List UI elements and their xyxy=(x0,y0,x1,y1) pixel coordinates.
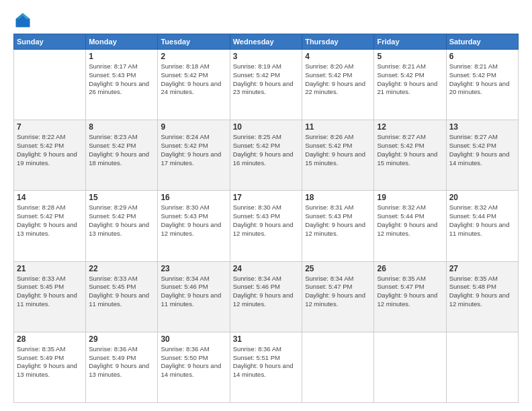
day-number: 5 xyxy=(377,52,443,61)
day-info: Sunrise: 8:21 AMSunset: 5:42 PMDaylight:… xyxy=(377,62,443,97)
day-number: 6 xyxy=(449,52,515,61)
calendar-cell: 13Sunrise: 8:27 AMSunset: 5:42 PMDayligh… xyxy=(446,120,518,191)
day-number: 26 xyxy=(377,264,443,273)
day-number: 31 xyxy=(233,334,299,344)
calendar-week-row: 28Sunrise: 8:35 AMSunset: 5:49 PMDayligh… xyxy=(14,332,519,402)
weekday-header-friday: Friday xyxy=(374,34,446,50)
day-number: 20 xyxy=(449,193,515,202)
day-info: Sunrise: 8:35 AMSunset: 5:47 PMDaylight:… xyxy=(377,275,443,309)
logo-icon xyxy=(13,11,32,30)
day-info: Sunrise: 8:29 AMSunset: 5:42 PMDaylight:… xyxy=(89,203,154,238)
day-info: Sunrise: 8:35 AMSunset: 5:49 PMDaylight:… xyxy=(17,345,83,379)
day-info: Sunrise: 8:27 AMSunset: 5:42 PMDaylight:… xyxy=(449,133,515,167)
calendar-cell: 21Sunrise: 8:33 AMSunset: 5:45 PMDayligh… xyxy=(14,261,86,332)
day-info: Sunrise: 8:36 AMSunset: 5:49 PMDaylight:… xyxy=(89,345,154,379)
calendar-cell: 30Sunrise: 8:36 AMSunset: 5:50 PMDayligh… xyxy=(158,332,230,402)
calendar-cell: 15Sunrise: 8:29 AMSunset: 5:42 PMDayligh… xyxy=(86,191,158,261)
calendar-cell: 3Sunrise: 8:19 AMSunset: 5:42 PMDaylight… xyxy=(230,50,302,120)
day-number: 19 xyxy=(377,193,443,202)
calendar-cell xyxy=(446,332,518,402)
calendar-cell: 6Sunrise: 8:21 AMSunset: 5:42 PMDaylight… xyxy=(446,50,518,120)
day-info: Sunrise: 8:19 AMSunset: 5:42 PMDaylight:… xyxy=(233,62,299,97)
day-number: 24 xyxy=(233,264,299,273)
day-info: Sunrise: 8:28 AMSunset: 5:42 PMDaylight:… xyxy=(17,203,83,238)
calendar-cell: 17Sunrise: 8:30 AMSunset: 5:43 PMDayligh… xyxy=(230,191,302,261)
day-info: Sunrise: 8:30 AMSunset: 5:43 PMDaylight:… xyxy=(161,203,226,238)
day-info: Sunrise: 8:30 AMSunset: 5:43 PMDaylight:… xyxy=(233,203,299,238)
calendar-week-row: 7Sunrise: 8:22 AMSunset: 5:42 PMDaylight… xyxy=(14,120,519,191)
day-number: 22 xyxy=(89,264,154,273)
calendar-cell: 7Sunrise: 8:22 AMSunset: 5:42 PMDaylight… xyxy=(14,120,86,191)
day-number: 27 xyxy=(449,264,515,273)
day-number: 30 xyxy=(161,334,226,344)
day-number: 21 xyxy=(17,264,83,273)
calendar-week-row: 1Sunrise: 8:17 AMSunset: 5:43 PMDaylight… xyxy=(14,50,519,120)
day-number: 3 xyxy=(233,52,299,61)
calendar-cell: 31Sunrise: 8:36 AMSunset: 5:51 PMDayligh… xyxy=(230,332,302,402)
day-info: Sunrise: 8:35 AMSunset: 5:48 PMDaylight:… xyxy=(449,275,515,309)
day-info: Sunrise: 8:22 AMSunset: 5:42 PMDaylight:… xyxy=(17,133,83,167)
day-info: Sunrise: 8:27 AMSunset: 5:42 PMDaylight:… xyxy=(377,133,443,167)
day-number: 10 xyxy=(233,122,299,132)
calendar-cell: 10Sunrise: 8:25 AMSunset: 5:42 PMDayligh… xyxy=(230,120,302,191)
day-number: 2 xyxy=(161,52,226,61)
calendar-cell: 29Sunrise: 8:36 AMSunset: 5:49 PMDayligh… xyxy=(86,332,158,402)
calendar-cell: 26Sunrise: 8:35 AMSunset: 5:47 PMDayligh… xyxy=(374,261,446,332)
calendar-cell: 12Sunrise: 8:27 AMSunset: 5:42 PMDayligh… xyxy=(374,120,446,191)
day-number: 4 xyxy=(305,52,371,61)
day-info: Sunrise: 8:21 AMSunset: 5:42 PMDaylight:… xyxy=(449,62,515,97)
day-info: Sunrise: 8:36 AMSunset: 5:50 PMDaylight:… xyxy=(161,345,226,379)
day-number: 23 xyxy=(161,264,226,273)
header xyxy=(13,11,519,30)
weekday-header-tuesday: Tuesday xyxy=(158,34,230,50)
calendar-cell: 25Sunrise: 8:34 AMSunset: 5:47 PMDayligh… xyxy=(302,261,374,332)
calendar-cell: 14Sunrise: 8:28 AMSunset: 5:42 PMDayligh… xyxy=(14,191,86,261)
day-info: Sunrise: 8:17 AMSunset: 5:43 PMDaylight:… xyxy=(89,62,154,97)
calendar-cell: 18Sunrise: 8:31 AMSunset: 5:43 PMDayligh… xyxy=(302,191,374,261)
day-number: 8 xyxy=(89,122,154,132)
calendar-cell: 20Sunrise: 8:32 AMSunset: 5:44 PMDayligh… xyxy=(446,191,518,261)
calendar-cell: 27Sunrise: 8:35 AMSunset: 5:48 PMDayligh… xyxy=(446,261,518,332)
day-number: 13 xyxy=(449,122,515,132)
day-number: 11 xyxy=(305,122,371,132)
calendar-cell: 28Sunrise: 8:35 AMSunset: 5:49 PMDayligh… xyxy=(14,332,86,402)
calendar-cell: 5Sunrise: 8:21 AMSunset: 5:42 PMDaylight… xyxy=(374,50,446,120)
calendar-week-row: 14Sunrise: 8:28 AMSunset: 5:42 PMDayligh… xyxy=(14,191,519,261)
day-number: 16 xyxy=(161,193,226,202)
day-number: 12 xyxy=(377,122,443,132)
calendar-cell: 1Sunrise: 8:17 AMSunset: 5:43 PMDaylight… xyxy=(86,50,158,120)
day-info: Sunrise: 8:23 AMSunset: 5:42 PMDaylight:… xyxy=(89,133,154,167)
day-info: Sunrise: 8:33 AMSunset: 5:45 PMDaylight:… xyxy=(17,275,83,309)
weekday-header-sunday: Sunday xyxy=(14,34,86,50)
logo xyxy=(13,11,35,30)
day-info: Sunrise: 8:34 AMSunset: 5:46 PMDaylight:… xyxy=(161,275,226,309)
day-info: Sunrise: 8:24 AMSunset: 5:42 PMDaylight:… xyxy=(161,133,226,167)
day-info: Sunrise: 8:33 AMSunset: 5:45 PMDaylight:… xyxy=(89,275,154,309)
calendar-cell: 8Sunrise: 8:23 AMSunset: 5:42 PMDaylight… xyxy=(86,120,158,191)
page: SundayMondayTuesdayWednesdayThursdayFrid… xyxy=(0,0,532,411)
day-number: 17 xyxy=(233,193,299,202)
day-info: Sunrise: 8:18 AMSunset: 5:42 PMDaylight:… xyxy=(161,62,226,97)
calendar-cell: 24Sunrise: 8:34 AMSunset: 5:46 PMDayligh… xyxy=(230,261,302,332)
calendar-cell xyxy=(14,50,86,120)
day-info: Sunrise: 8:20 AMSunset: 5:42 PMDaylight:… xyxy=(305,62,371,97)
day-number: 9 xyxy=(161,122,226,132)
calendar-cell: 22Sunrise: 8:33 AMSunset: 5:45 PMDayligh… xyxy=(86,261,158,332)
day-info: Sunrise: 8:32 AMSunset: 5:44 PMDaylight:… xyxy=(377,203,443,238)
day-number: 28 xyxy=(17,334,83,344)
calendar-cell: 16Sunrise: 8:30 AMSunset: 5:43 PMDayligh… xyxy=(158,191,230,261)
day-number: 1 xyxy=(89,52,154,61)
day-number: 29 xyxy=(89,334,154,344)
day-info: Sunrise: 8:32 AMSunset: 5:44 PMDaylight:… xyxy=(449,203,515,238)
calendar-cell: 23Sunrise: 8:34 AMSunset: 5:46 PMDayligh… xyxy=(158,261,230,332)
day-info: Sunrise: 8:25 AMSunset: 5:42 PMDaylight:… xyxy=(233,133,299,167)
day-number: 7 xyxy=(17,122,83,132)
weekday-header-saturday: Saturday xyxy=(446,34,518,50)
day-info: Sunrise: 8:31 AMSunset: 5:43 PMDaylight:… xyxy=(305,203,371,238)
calendar-header-row: SundayMondayTuesdayWednesdayThursdayFrid… xyxy=(14,34,519,50)
day-number: 25 xyxy=(305,264,371,273)
calendar-cell: 9Sunrise: 8:24 AMSunset: 5:42 PMDaylight… xyxy=(158,120,230,191)
day-number: 15 xyxy=(89,193,154,202)
day-info: Sunrise: 8:34 AMSunset: 5:47 PMDaylight:… xyxy=(305,275,371,309)
calendar-cell: 2Sunrise: 8:18 AMSunset: 5:42 PMDaylight… xyxy=(158,50,230,120)
